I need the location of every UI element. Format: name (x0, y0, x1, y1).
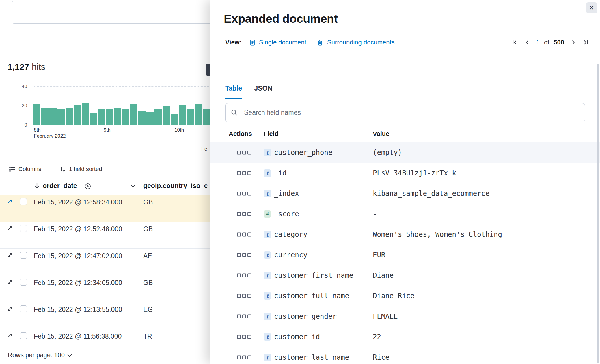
hits-histogram (33, 86, 221, 125)
previous-page-button[interactable] (524, 39, 531, 46)
histogram-bar[interactable] (122, 109, 129, 125)
cut-off-button[interactable] (206, 64, 210, 76)
expand-document-button[interactable] (7, 252, 13, 259)
flyout-scrollbar[interactable] (597, 64, 599, 363)
field-row: tcustomer_genderFEMALE (210, 306, 600, 327)
tab-table[interactable]: Table (225, 85, 242, 99)
field-row: t_indexkibana_sample_data_ecommerce (210, 183, 600, 204)
header-value: Value (373, 130, 389, 138)
last-page-button[interactable] (582, 39, 589, 46)
next-page-button[interactable] (570, 39, 577, 46)
rows-per-page-button[interactable]: Rows per page: 100 (8, 351, 71, 359)
field-row: tcustomer_phone(empty) (210, 142, 600, 163)
expand-document-button[interactable] (7, 333, 13, 340)
surrounding-documents-label: Surrounding documents (327, 39, 395, 46)
histogram-bar[interactable] (203, 109, 210, 125)
column-menu-chevron-icon[interactable] (131, 183, 135, 188)
table-row[interactable]: Feb 15, 2022 @ 12:34:05.000GB (0, 275, 210, 302)
histogram-bar[interactable] (114, 108, 121, 125)
field-type-icon: t (264, 333, 271, 341)
grid-header[interactable]: order_date geoip.country_iso_c (0, 177, 210, 195)
histogram-bar[interactable] (195, 104, 202, 125)
field-actions-buttons[interactable] (237, 315, 251, 318)
select-row-checkbox[interactable] (20, 198, 27, 205)
select-row-checkbox[interactable] (20, 252, 27, 259)
histogram-bar[interactable] (33, 104, 40, 125)
histogram-bar[interactable] (130, 104, 137, 125)
expand-document-button[interactable] (7, 198, 13, 206)
histogram-bar[interactable] (66, 108, 73, 125)
expand-document-button[interactable] (7, 306, 13, 313)
surrounding-documents-link[interactable]: Surrounding documents (317, 39, 395, 46)
flyout-header-divider (210, 60, 600, 60)
columns-button[interactable]: Columns (9, 166, 41, 172)
chevron-down-icon (68, 352, 72, 357)
field-sorted-button[interactable]: 1 field sorted (59, 166, 102, 172)
field-actions-buttons[interactable] (237, 253, 251, 257)
document-pagination: 1 of 500 (511, 37, 589, 48)
single-document-link[interactable]: Single document (249, 39, 306, 46)
table-row[interactable]: Feb 15, 2022 @ 12:47:02.000AE (0, 249, 210, 275)
table-row[interactable]: Feb 15, 2022 @ 12:52:48.000GB (0, 222, 210, 249)
histogram-bar[interactable] (138, 111, 146, 125)
select-row-checkbox[interactable] (20, 279, 27, 286)
select-row-checkbox[interactable] (20, 332, 27, 339)
histogram-bar[interactable] (154, 109, 162, 125)
field-value: FEMALE (373, 312, 398, 320)
of-label: of (544, 39, 549, 46)
x-axis-line (33, 125, 210, 125)
field-actions-buttons[interactable] (237, 294, 251, 298)
histogram-bar[interactable] (57, 109, 65, 125)
select-row-checkbox[interactable] (20, 225, 27, 232)
histogram-bar[interactable] (179, 105, 186, 125)
current-page: 1 (536, 39, 540, 46)
histogram-bar[interactable] (82, 103, 89, 125)
histogram-bar[interactable] (98, 109, 105, 125)
field-value: 22 (373, 333, 381, 341)
expand-document-button[interactable] (7, 279, 13, 286)
select-row-checkbox[interactable] (20, 305, 27, 312)
field-actions-buttons[interactable] (237, 151, 251, 155)
table-row[interactable]: Feb 15, 2022 @ 12:13:55.000EG (0, 302, 210, 329)
histogram-bar[interactable] (187, 109, 194, 125)
histogram-bar[interactable] (163, 106, 170, 125)
document-icon (249, 39, 256, 46)
expand-document-icon (7, 333, 13, 339)
chevron-left-icon (524, 39, 531, 46)
histogram-bar[interactable] (171, 114, 178, 125)
histogram-bar[interactable] (74, 105, 81, 125)
order-date-cell: Feb 15, 2022 @ 12:47:02.000 (34, 252, 122, 260)
expand-document-button[interactable] (7, 225, 13, 232)
field-actions-buttons[interactable] (237, 212, 251, 216)
expand-document-icon (7, 198, 13, 204)
field-value: Rice (373, 353, 390, 361)
field-actions-buttons[interactable] (237, 171, 251, 175)
field-actions-buttons[interactable] (237, 335, 251, 339)
histogram-bar[interactable] (49, 108, 57, 125)
field-type-icon: t (264, 190, 271, 197)
tab-json[interactable]: JSON (254, 85, 272, 99)
field-value: (empty) (373, 149, 402, 157)
field-actions-buttons[interactable] (237, 274, 251, 277)
field-actions-buttons[interactable] (237, 356, 251, 359)
table-row[interactable]: Feb 15, 2022 @ 12:58:34.000GB (0, 195, 210, 222)
order-date-cell: Feb 15, 2022 @ 12:13:55.000 (34, 306, 122, 314)
search-field-names-input[interactable] (225, 103, 585, 122)
histogram-bar[interactable] (41, 108, 49, 125)
histogram-bar[interactable] (90, 113, 97, 125)
close-flyout-button[interactable]: × (586, 2, 597, 13)
histogram-bar[interactable] (146, 112, 154, 125)
field-value: EUR (373, 251, 385, 259)
field-value: - (373, 210, 377, 218)
field-actions-buttons[interactable] (237, 233, 251, 237)
first-page-button[interactable] (511, 39, 518, 46)
field-name: _score (274, 210, 299, 218)
histogram-bar[interactable] (106, 109, 113, 125)
field-row: tcustomer_last_nameRice (210, 347, 600, 364)
doc-viewer-tabs: Table JSON (225, 85, 272, 99)
y-axis-tick: 0 (10, 122, 27, 128)
country-cell: EG (143, 306, 153, 314)
search-icon (231, 109, 238, 116)
y-axis-tick: 20 (10, 103, 27, 109)
field-actions-buttons[interactable] (237, 192, 251, 196)
